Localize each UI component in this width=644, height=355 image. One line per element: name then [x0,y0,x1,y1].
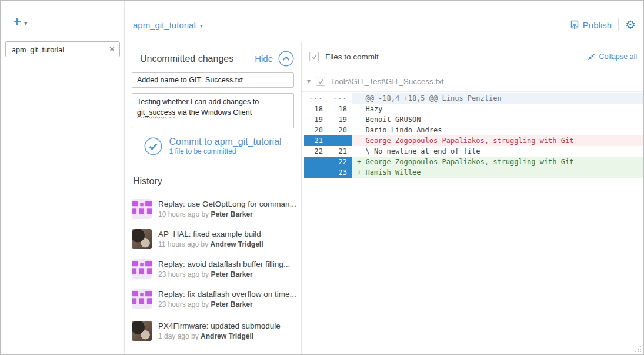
commit-author: Peter Barker [211,210,252,218]
description-text: Testing whether I can add changes to [137,98,259,106]
clear-filter-icon[interactable]: ✕ [109,45,115,54]
diff-line-text: Dario Lindo Andres [352,125,643,135]
new-line-gutter[interactable]: 22 [328,157,352,167]
history-item[interactable]: Replay: fix dataflash overflow on time..… [125,284,301,314]
commit-button[interactable]: Commit to apm_git_tutorial 1 file to be … [125,134,301,158]
commit-meta: 11 hours ago by Andrew Tridgell [158,240,263,249]
photo-avatar [132,229,152,249]
diff-line-text: + Hamish Willee [352,167,643,178]
plus-icon: + [13,16,21,28]
diff-hunk-row: ··· ··· @@ -18,4 +18,5 @@ Linus Penzlien [304,93,643,104]
diff-line-text: Benoit GRUSON [352,114,643,125]
repository-sidebar: + ▾ ✕ [1,1,125,354]
identicon-avatar [132,199,152,219]
file-path: Tools\GIT_Test\GIT_Success.txt [331,77,444,86]
commit-author: Peter Barker [211,270,252,278]
new-line-gutter[interactable]: 20 [328,125,352,135]
history-item[interactable]: Replay: avoid dataflash buffer filling..… [125,254,301,284]
identicon-avatar [132,289,152,309]
new-line-gutter[interactable]: 18 [328,104,352,114]
diff-view: ··· ··· @@ -18,4 +18,5 @@ Linus Penzlien… [304,93,643,178]
chevron-down-icon[interactable]: ▾ [307,77,311,85]
check-icon [318,78,324,85]
new-line-gutter[interactable]: ··· [328,93,352,104]
diff-line-text: - George Zogopoulos Papaliakos, struggli… [352,135,643,146]
description-text: via the Windows Client [175,108,252,117]
file-row[interactable]: ▾ Tools\GIT_Test\GIT_Success.txt [302,71,643,92]
collapse-icon [588,53,595,61]
history-title: History [125,168,301,194]
uncommitted-changes-title: Uncommitted changes [140,54,233,64]
hide-changes-button[interactable]: Hide [255,51,294,67]
commit-title: Replay: fix dataflash overflow on time..… [158,289,296,300]
commit-title: AP_HAL: fixed example build [158,229,263,240]
misspelled-word: git_success [137,108,175,117]
history-item[interactable]: Replay: use GetOptLong for comman... 10 … [125,194,301,224]
chevron-down-icon: ▾ [200,22,203,29]
app-window: – ✕ + ▾ ✕ apm_git_tutorial ▾ [0,0,644,355]
identicon-avatar [132,259,152,279]
chevron-up-circle-icon [278,51,294,67]
file-checkbox[interactable] [316,77,325,86]
commit-title: Replay: use GetOptLong for comman... [158,199,296,210]
old-line-gutter[interactable]: 19 [304,114,328,125]
files-to-commit-header: Files to commit Collapse all [302,42,643,71]
commit-summary-input[interactable] [132,72,294,88]
commit-button-label: Commit to apm_git_tutorial [169,136,281,147]
new-line-gutter[interactable]: 21 [328,146,352,157]
commit-description-textarea[interactable]: Testing whether I can add changes to git… [132,93,294,128]
old-line-gutter[interactable] [304,167,328,178]
files-to-commit-checkbox[interactable] [309,52,319,61]
new-line-gutter[interactable] [328,135,352,146]
publish-label: Publish [583,20,612,30]
commit-author: Peter Barker [211,300,252,308]
history-item[interactable]: PX4Firmware: updated submodule [125,350,301,354]
divider [618,18,619,31]
commit-meta: 23 hours ago by Peter Barker [158,300,296,309]
diff-removed-row: 21 - George Zogopoulos Papaliakos, strug… [304,135,643,146]
repo-push-icon [570,20,579,30]
photo-avatar [132,321,152,341]
publish-button[interactable]: Publish [570,20,612,30]
commit-author: Andrew Tridgell [211,240,263,248]
diff-context-row: 20 20 Dario Lindo Andres [304,125,643,135]
add-repository-button[interactable]: + ▾ [13,16,28,28]
collapse-all-label: Collapse all [599,52,637,61]
check-circle-icon [144,137,162,155]
diff-context-row: 19 19 Benoit GRUSON [304,114,643,125]
repository-selector[interactable]: apm_git_tutorial ▾ [133,20,203,30]
commit-meta: 10 hours ago by Peter Barker [158,210,296,219]
diff-line-text: + George Zogopoulos Papaliakos, struggli… [352,157,643,167]
header-bar: apm_git_tutorial ▾ Publish ⚙ [125,1,643,42]
hide-label: Hide [255,54,273,64]
repository-title: apm_git_tutorial [133,20,196,30]
history-item[interactable]: AP_HAL: fixed example build 11 hours ago… [125,224,301,254]
diff-line-text: Hazy [352,104,643,114]
new-line-gutter[interactable]: 23 [328,167,352,178]
gear-icon[interactable]: ⚙ [625,19,636,31]
diff-added-row: 23 + Hamish Willee [304,167,643,178]
history-item[interactable]: PX4Firmware: updated submodule 1 day ago… [125,314,301,347]
old-line-gutter[interactable]: 18 [304,104,328,114]
old-line-gutter[interactable] [304,157,328,167]
new-line-gutter[interactable]: 19 [328,114,352,125]
diff-context-row: 22 21 \ No newline at end of file [304,146,643,157]
diff-added-row: 22 + George Zogopoulos Papaliakos, strug… [304,157,643,167]
header-actions: Publish ⚙ [570,18,636,31]
uncommitted-changes-section: Uncommitted changes Hide Testing whether… [125,42,301,168]
resize-grip[interactable] [635,346,641,352]
changes-panel: Uncommitted changes Hide Testing whether… [125,42,302,354]
diff-line-text: @@ -18,4 +18,5 @@ Linus Penzlien [352,93,643,104]
files-to-commit-label: Files to commit [325,52,588,61]
diff-context-row: 18 18 Hazy [304,104,643,114]
repository-filter-input[interactable] [11,42,107,57]
chevron-down-icon: ▾ [24,19,28,27]
check-icon [311,54,318,60]
commit-meta: 1 day ago by Andrew Tridgell [158,331,281,341]
collapse-all-button[interactable]: Collapse all [588,52,637,61]
old-line-gutter[interactable]: 20 [304,125,328,135]
old-line-gutter[interactable]: ··· [304,93,328,104]
old-line-gutter[interactable]: 21 [304,135,328,146]
old-line-gutter[interactable]: 22 [304,146,328,157]
commit-title: PX4Firmware: updated submodule [158,321,281,331]
